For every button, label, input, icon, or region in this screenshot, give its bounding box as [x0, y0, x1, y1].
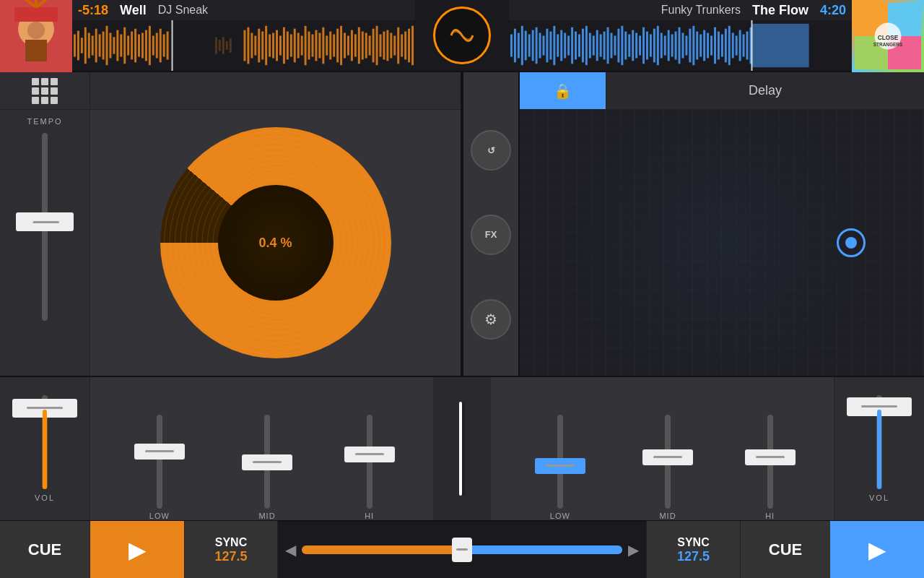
svg-rect-88 — [411, 26, 414, 65]
right-deck-title: The Flow — [752, 3, 808, 18]
left-album-art[interactable] — [0, 0, 72, 72]
svg-rect-101 — [546, 29, 548, 63]
svg-rect-51 — [279, 35, 282, 55]
sync-right-label: SYNC — [677, 536, 709, 549]
right-deck-info: Funky Trunkers The Flow 4:20 — [509, 0, 852, 71]
right-album-art[interactable]: CLOSE STRANGERS — [852, 0, 924, 72]
svg-rect-18 — [106, 26, 108, 65]
turntable[interactable]: 0.4 % — [160, 127, 391, 358]
svg-rect-46 — [261, 32, 263, 60]
svg-rect-22 — [120, 34, 122, 56]
play-left-button[interactable]: ▶ — [90, 521, 184, 578]
left-vol-column: VOL — [0, 377, 90, 520]
svg-rect-156 — [739, 30, 741, 61]
svg-rect-59 — [308, 32, 310, 60]
svg-rect-32 — [156, 33, 158, 59]
tempo-column: TEMPO — [0, 110, 90, 376]
svg-rect-91 — [510, 34, 513, 56]
fx-tabs: 🔒 Delay — [520, 72, 924, 110]
lock-icon: 🔒 — [554, 82, 572, 100]
right-mid-fader[interactable] — [642, 449, 693, 465]
svg-rect-38 — [222, 37, 225, 53]
turntable-area[interactable]: 0.4 % — [90, 110, 461, 376]
svg-rect-104 — [557, 34, 559, 56]
svg-rect-74 — [362, 32, 364, 60]
reload-icon: ↺ — [487, 145, 495, 156]
svg-rect-23 — [123, 27, 126, 64]
svg-rect-109 — [575, 32, 577, 60]
left-waveform[interactable] — [72, 20, 415, 71]
svg-rect-33 — [160, 29, 162, 63]
sync-left-label: SYNC — [215, 536, 247, 549]
reload-button[interactable]: ↺ — [471, 130, 511, 171]
svg-rect-132 — [657, 26, 659, 65]
tempo-slider-track — [42, 133, 48, 321]
svg-rect-52 — [283, 27, 285, 64]
svg-rect-77 — [372, 29, 375, 63]
svg-rect-144 — [696, 32, 698, 60]
crossfader-column — [433, 377, 491, 520]
fx-delay-tab[interactable]: Delay — [606, 72, 924, 109]
svg-rect-121 — [617, 29, 619, 63]
svg-rect-133 — [661, 33, 663, 59]
turntable-outer[interactable]: 0.4 % — [160, 127, 391, 358]
grid-menu-button[interactable] — [0, 72, 90, 110]
right-waveform[interactable] — [509, 20, 852, 71]
svg-rect-56 — [297, 33, 300, 59]
cue-left-button[interactable]: CUE — [0, 521, 90, 578]
svg-rect-37 — [219, 40, 221, 51]
mixer-section: VOL LOW MID HI — [0, 376, 924, 520]
left-mid-fader[interactable] — [242, 454, 292, 470]
xy-pad[interactable] — [520, 110, 924, 376]
middle-section: TEMPO — [0, 72, 924, 376]
sync-left-block[interactable]: SYNC 127.5 — [184, 521, 278, 578]
left-deck-title: Well — [120, 3, 147, 18]
sync-right-block[interactable]: SYNC 127.5 — [646, 521, 740, 578]
svg-rect-158 — [746, 32, 749, 60]
left-deck-meta: -5:18 Well DJ Sneak — [72, 0, 415, 20]
crossfader-track-h[interactable] — [302, 545, 622, 554]
svg-rect-24 — [127, 35, 129, 55]
left-vol-label: VOL — [35, 493, 55, 502]
svg-rect-26 — [134, 29, 136, 63]
settings-button[interactable]: ⚙ — [471, 299, 511, 340]
svg-rect-81 — [386, 30, 388, 61]
svg-rect-67 — [336, 29, 339, 63]
left-low-channel: LOW — [149, 415, 170, 520]
svg-rect-127 — [639, 35, 641, 55]
svg-rect-84 — [397, 27, 399, 64]
svg-rect-29 — [145, 30, 147, 61]
crossfader-thumb[interactable] — [452, 538, 472, 562]
left-eq-section: LOW MID HI — [90, 377, 433, 520]
svg-rect-93 — [518, 33, 520, 59]
right-low-fader[interactable] — [535, 458, 585, 474]
svg-rect-146 — [703, 30, 705, 61]
svg-rect-13 — [88, 33, 90, 59]
svg-rect-71 — [351, 30, 353, 61]
svg-rect-45 — [258, 29, 260, 63]
right-mid-channel: MID — [659, 415, 676, 520]
svg-rect-130 — [650, 34, 652, 56]
svg-rect-87 — [408, 29, 410, 63]
svg-rect-112 — [585, 26, 588, 65]
svg-rect-70 — [347, 35, 349, 55]
left-vol-indicator — [43, 410, 47, 489]
svg-rect-27 — [138, 34, 140, 56]
left-low-fader[interactable] — [134, 444, 185, 460]
left-hi-fader[interactable] — [344, 447, 395, 462]
right-hi-fader[interactable] — [745, 449, 796, 465]
svg-rect-97 — [532, 30, 534, 61]
fx-button[interactable]: FX — [471, 215, 511, 255]
cf-arrow-left[interactable]: ◀ — [285, 541, 296, 558]
cue-right-button[interactable]: CUE — [740, 521, 830, 578]
svg-rect-108 — [571, 27, 573, 64]
svg-rect-124 — [628, 34, 630, 56]
svg-rect-140 — [681, 33, 684, 59]
svg-rect-10 — [77, 31, 79, 61]
play-right-button[interactable]: ▶ — [830, 521, 924, 578]
cf-arrow-right[interactable]: ▶ — [628, 541, 639, 558]
svg-rect-110 — [578, 34, 580, 56]
fx-lock-tab[interactable]: 🔒 — [520, 72, 606, 109]
svg-rect-139 — [679, 27, 681, 64]
tempo-slider[interactable] — [16, 212, 74, 231]
